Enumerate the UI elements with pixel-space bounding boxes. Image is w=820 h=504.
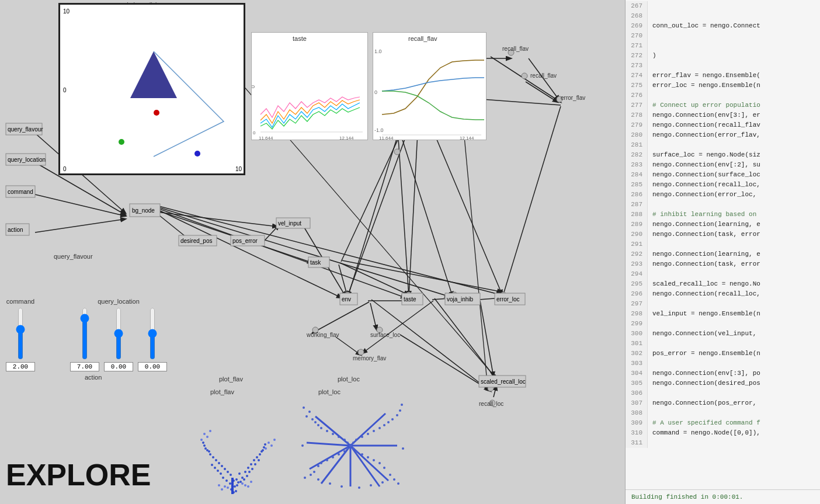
svg-point-212 [361,436,363,438]
svg-text:0: 0 [63,87,67,93]
line-content: pos_error = nengo.Ensemble(n [648,349,760,359]
ql-slider3[interactable] [147,307,158,360]
line-content [648,61,652,71]
svg-point-235 [311,418,314,420]
code-footer: Building finished in 0:00:01. [626,489,820,504]
code-line: 289nengo.Connection(learning, e [626,220,820,230]
svg-text:env: env [342,296,351,303]
code-line: 301 [626,339,820,349]
svg-point-181 [270,444,273,447]
line-content: vel_input = nengo.Ensemble(n [648,309,760,319]
svg-text:query_flavour: query_flavour [8,126,43,133]
svg-point-133 [241,477,244,479]
svg-text:0: 0 [374,89,377,95]
svg-text:plot_flav: plot_flav [219,376,243,383]
svg-point-180 [267,442,270,444]
svg-line-31 [480,301,494,377]
svg-point-58 [522,73,527,79]
line-number: 268 [626,11,648,21]
svg-point-153 [229,482,231,485]
line-number: 272 [626,51,648,61]
taste-chart: taste 0 0 11.644 12.144 [251,32,368,140]
ql-slider1-container: 7.00 [70,307,99,371]
svg-line-199 [307,443,350,446]
line-number: 299 [626,319,648,329]
line-number: 296 [626,289,648,299]
code-line: 302pos_error = nengo.Ensemble(n [626,349,820,359]
code-line: 267 [626,1,820,11]
svg-point-241 [304,477,306,479]
command-slider[interactable] [15,307,26,360]
svg-text:12.144: 12.144 [339,135,354,141]
svg-text:0: 0 [252,85,256,88]
line-content [648,359,652,369]
line-number: 308 [626,408,648,418]
svg-point-249 [308,411,311,413]
code-line: 272) [626,51,820,61]
action-label: action [85,374,175,381]
svg-line-33 [491,57,561,102]
svg-text:plot_flav: plot_flav [210,388,234,395]
line-content [648,140,652,150]
line-number: 291 [626,239,648,249]
svg-point-217 [332,456,334,458]
svg-point-189 [247,485,249,488]
svg-point-132 [224,468,226,470]
code-lines-container: 267268269conn_out_loc = nengo.Connect270… [626,1,820,448]
line-number: 293 [626,259,648,269]
code-line: 286nengo.Connection(error_loc, [626,190,820,200]
svg-point-146 [206,449,209,451]
svg-point-154 [237,481,239,484]
svg-text:surface_loc: surface_loc [370,332,400,338]
svg-point-224 [378,427,381,429]
svg-text:0: 0 [63,166,67,172]
svg-point-219 [326,430,328,432]
command-slider-label: command [6,298,34,305]
code-line: 269conn_out_loc = nengo.Connect [626,21,820,31]
code-line: 278nengo.Connection(env[3:], er [626,110,820,120]
svg-point-214 [361,453,363,456]
line-content: nengo.Connection(error_flav, [648,130,760,140]
line-content: conn_out_loc = nengo.Connect [648,21,760,31]
line-content: surface_loc = nengo.Node(siz [648,150,760,160]
code-scroll[interactable]: 267268269conn_out_loc = nengo.Connect270… [626,0,820,489]
svg-point-204 [352,442,355,444]
line-number: 281 [626,140,648,150]
code-line: 300nengo.Connection(vel_input, [626,329,820,339]
code-line: 281 [626,140,820,150]
svg-point-245 [329,482,331,485]
svg-point-225 [320,462,322,464]
line-content: nengo.Connection(pos_error, [648,398,756,408]
svg-point-208 [355,439,357,441]
line-number: 271 [626,41,648,51]
svg-line-24 [312,302,369,333]
svg-point-139 [250,463,252,465]
line-number: 306 [626,388,648,398]
code-line: 294 [626,269,820,279]
line-number: 303 [626,359,648,369]
svg-point-227 [317,424,319,426]
svg-point-250 [399,409,401,412]
svg-line-18 [502,106,561,298]
line-number: 269 [626,21,648,31]
ql-slider2[interactable] [113,307,124,360]
ql-slider2-container: 0.00 [104,307,133,371]
svg-point-246 [370,484,372,486]
line-number: 275 [626,81,648,91]
svg-line-194 [350,413,385,446]
code-line: 280nengo.Connection(error_flav, [626,130,820,140]
ql-slider3-container: 0.00 [138,307,167,371]
code-line: 311 [626,438,820,448]
svg-point-232 [387,421,390,423]
svg-point-251 [402,447,404,450]
line-content: # A user specified command f [648,418,760,428]
svg-point-138 [215,459,217,461]
svg-point-149 [262,449,264,451]
code-line: 299 [626,319,820,329]
svg-point-134 [221,465,223,467]
sliders-area: command 2.00 query_location 7.00 0.00 [6,298,175,381]
svg-point-242 [397,482,399,485]
svg-line-3 [35,219,126,232]
svg-point-178 [200,439,203,441]
ql-slider1[interactable] [79,307,90,360]
